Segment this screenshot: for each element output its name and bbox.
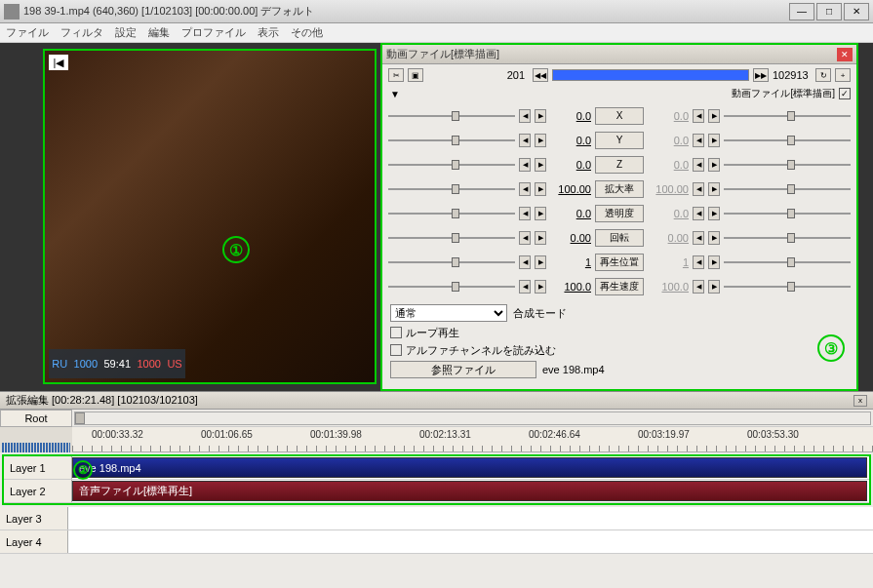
loop-icon[interactable]: ↻ [815, 68, 831, 82]
param-slider-right[interactable] [724, 109, 851, 123]
param-name-button[interactable]: 透明度 [595, 205, 644, 222]
param-slider-left[interactable] [388, 182, 515, 196]
param-value-left[interactable]: 0.0 [550, 208, 591, 219]
step-right-icon[interactable]: ▶ [535, 109, 546, 123]
step-right-icon[interactable]: ▶ [708, 255, 720, 269]
step-right-icon[interactable]: ▶ [535, 280, 546, 294]
step-left-icon[interactable]: ◀ [519, 182, 531, 196]
param-slider-right[interactable] [724, 280, 851, 294]
param-slider-right[interactable] [724, 207, 851, 220]
param-value-right[interactable]: 0.0 [648, 110, 689, 122]
menu-profile[interactable]: プロファイル [181, 25, 246, 40]
seek-next-button[interactable]: ▶▶ [753, 68, 769, 82]
param-value-right[interactable]: 0.0 [648, 135, 689, 146]
panel-titlebar[interactable]: 動画ファイル[標準描画] ✕ [382, 45, 856, 64]
step-left-icon[interactable]: ◀ [693, 255, 704, 269]
layer-track[interactable] [68, 507, 873, 529]
root-button[interactable]: Root [0, 410, 72, 427]
timeline-close-button[interactable]: x [853, 395, 867, 407]
step-left-icon[interactable]: ◀ [693, 158, 704, 172]
step-left-icon[interactable]: ◀ [519, 207, 531, 220]
timeline-ruler[interactable]: 00:00:33.3200:01:06.6500:01:39.9800:02:1… [0, 427, 873, 452]
param-slider-right[interactable] [724, 255, 851, 269]
add-icon[interactable]: + [835, 68, 851, 82]
param-value-right[interactable]: 0.0 [648, 208, 689, 219]
menu-edit[interactable]: 編集 [148, 25, 170, 40]
param-slider-left[interactable] [388, 158, 515, 172]
param-value-right[interactable]: 0.00 [648, 232, 689, 244]
layer-track[interactable] [68, 530, 873, 553]
seek-bar[interactable] [552, 69, 749, 81]
panel-enable-checkbox[interactable]: ✓ [839, 88, 851, 99]
param-value-left[interactable]: 1 [550, 256, 591, 268]
param-value-right[interactable]: 0.0 [648, 159, 689, 171]
step-left-icon[interactable]: ◀ [693, 231, 704, 245]
layer-name[interactable]: Layer 2 [4, 480, 72, 502]
param-name-button[interactable]: 再生速度 [595, 278, 644, 295]
param-slider-left[interactable] [388, 207, 515, 220]
step-left-icon[interactable]: ◀ [693, 280, 704, 294]
collapse-icon[interactable]: ▼ [390, 89, 400, 99]
menu-other[interactable]: その他 [291, 25, 323, 40]
param-value-left[interactable]: 0.0 [550, 110, 591, 122]
step-left-icon[interactable]: ◀ [519, 280, 531, 294]
param-name-button[interactable]: 回転 [595, 229, 644, 247]
step-right-icon[interactable]: ▶ [535, 255, 546, 269]
param-slider-left[interactable] [388, 255, 515, 269]
param-slider-right[interactable] [724, 134, 851, 147]
param-name-button[interactable]: 拡大率 [595, 180, 644, 198]
param-slider-left[interactable] [388, 280, 515, 294]
timeline-titlebar[interactable]: 拡張編集 [00:28:21.48] [102103/102103] x [0, 392, 873, 410]
param-slider-right[interactable] [724, 231, 851, 245]
cut-icon[interactable]: ✂ [388, 68, 404, 82]
ruler-ticks[interactable]: 00:00:33.3200:01:06.6500:01:39.9800:02:1… [72, 427, 873, 451]
timeline-hscroll[interactable] [74, 412, 871, 425]
step-left-icon[interactable]: ◀ [693, 207, 704, 220]
param-value-left[interactable]: 100.0 [550, 281, 591, 293]
param-slider-left[interactable] [388, 231, 515, 245]
param-value-left[interactable]: 0.0 [550, 135, 591, 146]
minimize-button[interactable]: — [789, 3, 814, 20]
step-left-icon[interactable]: ◀ [519, 231, 531, 245]
timeline-clip[interactable]: 音声ファイル[標準再生] [72, 481, 867, 501]
step-left-icon[interactable]: ◀ [519, 109, 531, 123]
loop-playback-checkbox[interactable] [390, 327, 402, 338]
layer-track[interactable]: eve 198.mp4② [72, 456, 869, 479]
preview-window[interactable]: |◀ ① RU 1000 59:41 1000 US [43, 49, 377, 384]
layer-track[interactable]: 音声ファイル[標準再生] [72, 480, 869, 502]
step-right-icon[interactable]: ▶ [535, 134, 546, 147]
param-value-left[interactable]: 0.00 [550, 232, 591, 244]
step-left-icon[interactable]: ◀ [693, 182, 704, 196]
param-name-button[interactable]: X [595, 107, 644, 125]
step-left-icon[interactable]: ◀ [519, 134, 531, 147]
reference-file-button[interactable]: 参照ファイル [390, 361, 536, 378]
layer-name[interactable]: Layer 4 [0, 530, 68, 553]
param-name-button[interactable]: 再生位置 [595, 254, 644, 271]
step-right-icon[interactable]: ▶ [708, 207, 720, 220]
menu-filter[interactable]: フィルタ [60, 25, 103, 40]
step-right-icon[interactable]: ▶ [708, 231, 720, 245]
param-name-button[interactable]: Z [595, 156, 644, 174]
param-slider-right[interactable] [724, 182, 851, 196]
snap-icon[interactable]: ▣ [408, 68, 423, 82]
panel-close-button[interactable]: ✕ [837, 48, 853, 61]
param-slider-right[interactable] [724, 158, 851, 172]
param-name-button[interactable]: Y [595, 132, 644, 149]
alpha-checkbox[interactable] [390, 344, 402, 356]
step-right-icon[interactable]: ▶ [708, 109, 720, 123]
param-value-right[interactable]: 100.00 [648, 183, 689, 195]
menu-view[interactable]: 表示 [258, 25, 279, 40]
timeline-clip[interactable]: eve 198.mp4② [72, 457, 867, 478]
seek-prev-button[interactable]: ◀◀ [533, 68, 548, 82]
step-left-icon[interactable]: ◀ [693, 109, 704, 123]
close-button[interactable]: ✕ [844, 3, 869, 20]
layer-name[interactable]: Layer 3 [0, 507, 68, 529]
menu-file[interactable]: ファイル [6, 25, 49, 40]
step-right-icon[interactable]: ▶ [708, 280, 720, 294]
param-value-right[interactable]: 100.0 [648, 281, 689, 293]
menu-settings[interactable]: 設定 [115, 25, 137, 40]
step-right-icon[interactable]: ▶ [708, 182, 720, 196]
param-value-left[interactable]: 100.00 [550, 183, 591, 195]
maximize-button[interactable]: □ [816, 3, 842, 20]
param-slider-left[interactable] [388, 134, 515, 147]
